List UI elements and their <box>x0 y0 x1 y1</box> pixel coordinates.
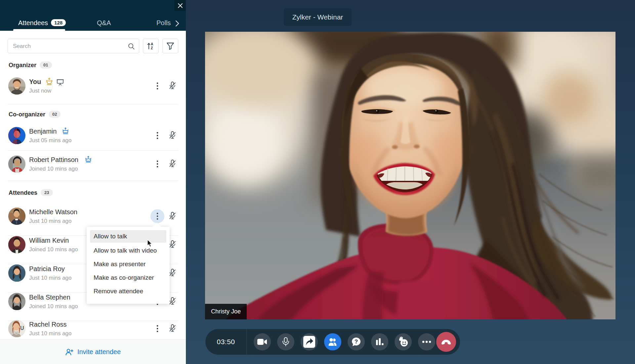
svg-text:U: U <box>20 325 24 331</box>
svg-text:A: A <box>151 42 153 46</box>
svg-text:Z: Z <box>151 46 153 50</box>
svg-text:?: ? <box>355 339 358 345</box>
